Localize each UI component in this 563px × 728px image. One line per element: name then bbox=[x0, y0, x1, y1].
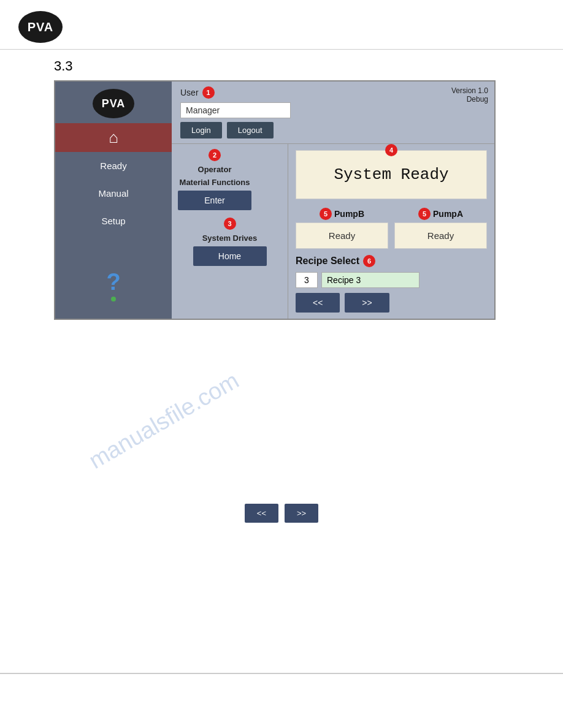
left-controls: 2 Operator Material Functions Enter 3 Sy… bbox=[172, 144, 288, 319]
system-ready-text: System Ready bbox=[334, 165, 448, 184]
user-label-row: User 1 bbox=[180, 86, 486, 99]
recipe-input-row bbox=[296, 272, 487, 288]
pump-b-box: 5 PumpB Ready bbox=[296, 208, 388, 249]
right-display: 4 System Ready 5 PumpB bbox=[288, 144, 494, 319]
user-label: User bbox=[180, 88, 199, 97]
manual-label: Manual bbox=[55, 188, 172, 199]
operator-section: 2 Operator Material Functions Enter bbox=[178, 149, 282, 210]
operator-badge: 2 bbox=[209, 149, 221, 161]
sidebar: PVA ⌂ Ready Manual Setup ? bbox=[55, 82, 172, 319]
sidebar-item-ready[interactable]: Ready bbox=[55, 152, 172, 180]
version-info: Version 1.0 Debug bbox=[451, 86, 488, 104]
recipe-next-button[interactable]: >> bbox=[345, 293, 389, 313]
pump-b-status: Ready bbox=[296, 222, 388, 249]
sidebar-item-home[interactable]: ⌂ bbox=[55, 123, 172, 152]
auth-buttons: Login Logout bbox=[180, 122, 486, 138]
operator-header: 2 bbox=[209, 149, 221, 161]
recipe-number-input[interactable] bbox=[296, 272, 318, 288]
ready-label: Ready bbox=[55, 161, 172, 171]
main-panel: Version 1.0 Debug User 1 Login Logout bbox=[172, 82, 494, 319]
pump-b-badge: 5 bbox=[320, 208, 332, 220]
page-header: PVA bbox=[0, 0, 563, 50]
system-ready-container: 4 System Ready bbox=[296, 150, 487, 199]
ui-mockup: PVA ⌂ Ready Manual Setup ? bbox=[54, 80, 496, 320]
pump-a-badge: 5 bbox=[418, 208, 431, 220]
pump-a-status: Ready bbox=[394, 222, 487, 249]
section-number: 3.3 bbox=[0, 50, 563, 80]
setup-label: Setup bbox=[55, 216, 172, 226]
help-dot bbox=[111, 297, 116, 301]
drives-title: System Drives bbox=[202, 233, 258, 243]
help-button[interactable]: ? bbox=[106, 269, 120, 301]
system-ready-badge: 4 bbox=[385, 144, 397, 156]
system-ready-box: System Ready bbox=[296, 150, 487, 199]
login-button[interactable]: Login bbox=[180, 122, 222, 138]
drives-badge: 3 bbox=[224, 218, 236, 230]
sidebar-bottom: ? bbox=[106, 235, 120, 319]
home-icon: ⌂ bbox=[109, 128, 118, 147]
standalone-buttons-area: << >> bbox=[0, 504, 563, 523]
pump-b-label: PumpB bbox=[334, 209, 364, 219]
drives-header: 3 bbox=[224, 218, 236, 230]
recipe-section: Recipe Select 6 << >> bbox=[296, 255, 487, 313]
recipe-badge: 6 bbox=[363, 255, 375, 267]
recipe-prev-button[interactable]: << bbox=[296, 293, 340, 313]
sidebar-logo: PVA bbox=[93, 89, 134, 118]
operator-subtitle: Material Functions bbox=[180, 178, 250, 187]
pump-section: 5 PumpB Ready 5 PumpA Ready bbox=[296, 208, 487, 249]
home-button[interactable]: Home bbox=[193, 246, 267, 266]
recipe-nav-buttons: << >> bbox=[296, 293, 487, 313]
logout-button[interactable]: Logout bbox=[227, 122, 274, 138]
watermark: manualsfile.com bbox=[85, 367, 243, 474]
user-badge: 1 bbox=[202, 86, 215, 99]
recipe-label-row: Recipe Select 6 bbox=[296, 255, 487, 267]
operator-left: 2 Operator Material Functions Enter bbox=[178, 149, 251, 210]
main-content-layout: 2 Operator Material Functions Enter 3 Sy… bbox=[172, 144, 494, 319]
pump-a-box: 5 PumpA Ready bbox=[394, 208, 487, 249]
ui-inner: PVA ⌂ Ready Manual Setup ? bbox=[55, 82, 494, 319]
enter-button[interactable]: Enter bbox=[178, 191, 251, 210]
standalone-prev-button[interactable]: << bbox=[245, 504, 278, 523]
user-input[interactable] bbox=[180, 102, 291, 118]
system-ready-badge-wrap: 4 bbox=[385, 144, 397, 156]
standalone-next-button[interactable]: >> bbox=[285, 504, 318, 523]
pump-a-label: PumpA bbox=[433, 209, 463, 219]
operator-title: Operator bbox=[198, 165, 232, 174]
recipe-name-input[interactable] bbox=[321, 272, 419, 288]
pump-b-label-row: 5 PumpB bbox=[320, 208, 364, 220]
user-section: Version 1.0 Debug User 1 Login Logout bbox=[172, 82, 494, 144]
sidebar-item-setup[interactable]: Setup bbox=[55, 207, 172, 235]
system-drives-section: 3 System Drives Home bbox=[178, 218, 282, 266]
pump-a-label-row: 5 PumpA bbox=[418, 208, 463, 220]
sidebar-item-manual[interactable]: Manual bbox=[55, 180, 172, 207]
recipe-label: Recipe Select bbox=[296, 256, 359, 267]
pva-logo: PVA bbox=[18, 11, 63, 43]
bottom-divider bbox=[0, 673, 563, 674]
